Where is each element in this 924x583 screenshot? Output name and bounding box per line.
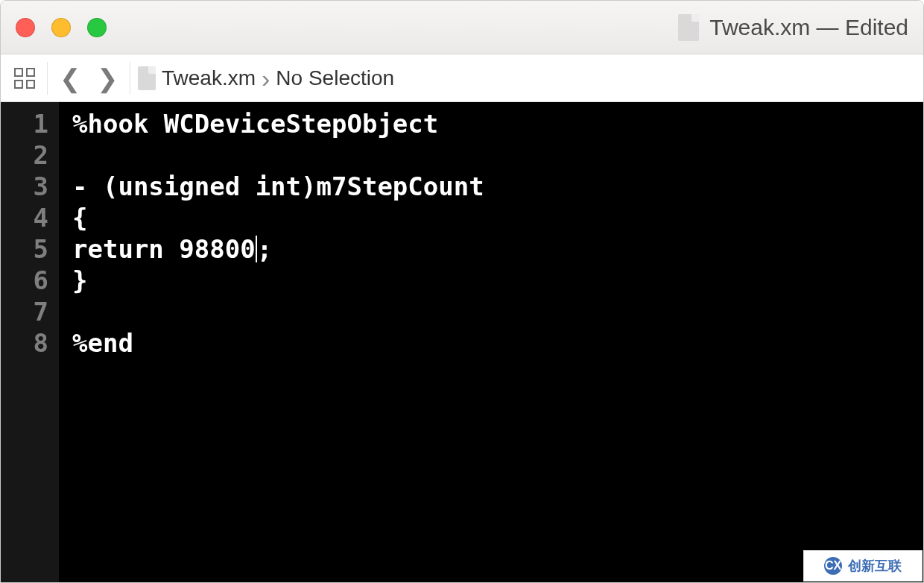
line-number: 2 <box>1 139 48 171</box>
line-number: 4 <box>1 202 48 233</box>
line-number: 3 <box>1 171 48 202</box>
line-number: 5 <box>1 233 48 265</box>
document-icon <box>138 66 156 90</box>
watermark: CX 创新互联 <box>803 550 923 582</box>
xcode-window: Tweak.xm — Edited ❮ ❯ Tweak.xm › No Sele… <box>0 0 924 583</box>
zoom-window-button[interactable] <box>87 18 107 37</box>
forward-button[interactable]: ❯ <box>92 63 122 93</box>
window-controls <box>16 18 107 37</box>
code-line[interactable]: %hook WCDeviceStepObject <box>72 108 923 139</box>
code-line[interactable] <box>72 296 923 327</box>
watermark-icon: CX <box>824 557 842 575</box>
breadcrumb-file: Tweak.xm <box>162 66 256 90</box>
text-cursor <box>256 236 257 262</box>
toolbar-separator <box>130 62 130 95</box>
document-icon <box>678 14 699 41</box>
code-area[interactable]: %hook WCDeviceStepObject- (unsigned int)… <box>59 102 923 582</box>
code-line[interactable] <box>72 139 923 171</box>
line-number: 6 <box>1 265 48 296</box>
window-title: Tweak.xm — Edited <box>678 1 908 54</box>
watermark-text: 创新互联 <box>848 557 902 575</box>
line-number: 1 <box>1 108 48 139</box>
code-editor[interactable]: 12345678 %hook WCDeviceStepObject- (unsi… <box>1 102 923 582</box>
toolbar-separator <box>47 62 48 95</box>
chevron-left-icon: ❮ <box>60 66 80 91</box>
line-number-gutter: 12345678 <box>1 102 59 582</box>
code-line[interactable]: - (unsigned int)m7StepCount <box>72 171 923 202</box>
code-line[interactable]: return 98800; <box>72 233 923 265</box>
code-line[interactable]: } <box>72 265 923 296</box>
chevron-right-icon: ❯ <box>97 66 118 91</box>
minimize-window-button[interactable] <box>51 18 71 37</box>
title-bar: Tweak.xm — Edited <box>1 1 923 54</box>
jump-bar: ❮ ❯ Tweak.xm › No Selection <box>1 54 923 102</box>
chevron-right-icon: › <box>262 66 270 91</box>
breadcrumb-selection: No Selection <box>276 66 394 90</box>
breadcrumb[interactable]: Tweak.xm › No Selection <box>138 66 394 91</box>
line-number: 8 <box>1 327 48 359</box>
code-line[interactable]: { <box>72 202 923 233</box>
close-window-button[interactable] <box>16 18 35 37</box>
grid-icon <box>14 68 35 89</box>
line-number: 7 <box>1 296 48 327</box>
back-button[interactable]: ❮ <box>55 63 85 93</box>
related-items-button[interactable] <box>10 63 39 93</box>
code-line[interactable]: %end <box>72 327 923 359</box>
window-title-text: Tweak.xm — Edited <box>709 15 908 40</box>
